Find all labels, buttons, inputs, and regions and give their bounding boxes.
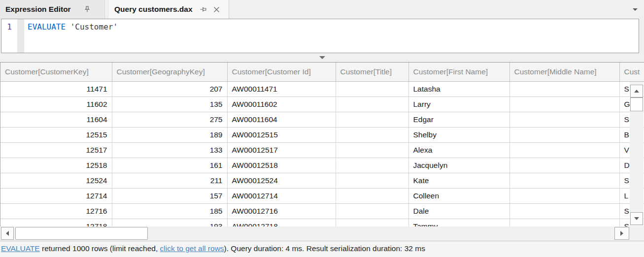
scroll-up-button[interactable] [630,85,643,97]
vertical-scrollbar[interactable] [630,82,644,226]
column-header[interactable]: Customer[Title] [336,63,408,81]
splitter-handle[interactable] [0,53,644,63]
table-cell: 12517 [0,142,112,158]
table-cell [509,127,619,142]
arrow-right-icon [620,231,623,236]
table-row: 12517133AW00012517AlexaV [0,142,644,158]
column-header[interactable]: Customer[CustomerKey] [0,63,112,81]
status-bar: EVALUATE returned 1000 rows (limit reach… [0,241,644,257]
tab-query-customers-dax[interactable]: Query customers.dax [108,0,229,19]
table-cell [336,188,408,203]
pin-icon[interactable] [84,6,91,13]
close-icon[interactable] [213,6,220,13]
table-cell: AW00012718 [227,219,336,226]
gutter-strip [17,19,24,53]
get-all-rows-link[interactable]: click to get all rows [160,244,224,253]
column-header[interactable]: Customer[Middle Name] [509,63,619,81]
table-cell: AW00012716 [227,203,336,219]
table-cell [509,96,619,112]
table-cell [509,173,619,188]
table-cell [509,142,619,158]
table-cell [336,112,408,127]
chevron-down-icon[interactable] [633,8,638,11]
table-row: 11471207AW00011471LatashaS [0,81,644,96]
table-reference: 'Customer' [70,22,118,32]
table-cell: AW00012517 [227,142,336,158]
table-cell: 12524 [0,173,112,188]
table-cell: AW00012515 [227,127,336,142]
arrow-down-icon [634,217,639,220]
table-cell: 12714 [0,188,112,203]
horizontal-scrollbar-thumb[interactable] [15,227,148,240]
table-cell [336,96,408,112]
table-cell [336,173,408,188]
table-cell: 189 [112,127,227,142]
scroll-left-button[interactable] [1,227,14,240]
expression-editor[interactable]: 1 EVALUATE 'Customer' [1,19,639,53]
table-cell: AW00012714 [227,188,336,203]
arrow-up-icon [634,90,639,93]
table-row: 12718193AW00012718TammyS [0,219,644,226]
column-header[interactable]: Customer[First Name] [408,63,509,81]
table-cell: Dale [408,203,509,219]
table-cell: 193 [112,219,227,226]
table-row: 12518161AW00012518JacquelynD [0,158,644,173]
table-cell [336,219,408,226]
tab-label: Query customers.dax [114,5,193,14]
table-cell [336,142,408,158]
table-cell: 211 [112,173,227,188]
tab-expression-editor[interactable]: Expression Editor [0,0,105,19]
column-header[interactable]: Customer[GeographyKey] [112,63,227,81]
evaluate-link[interactable]: EVALUATE [1,244,40,253]
header-row: Customer[CustomerKey]Customer[GeographyK… [0,63,644,81]
table-cell: 12718 [0,219,112,226]
tab-label: Expression Editor [5,5,71,14]
table-cell: AW00011604 [227,112,336,127]
table-row: 12515189AW00012515ShelbyB [0,127,644,142]
table-cell: Latasha [408,81,509,96]
column-header[interactable]: Cust [619,63,644,81]
table-cell: 11604 [0,112,112,127]
horizontal-scrollbar[interactable] [0,226,644,241]
table-cell [336,158,408,173]
table-cell: 157 [112,188,227,203]
table-cell: 133 [112,142,227,158]
table-cell [509,219,619,226]
scroll-down-button[interactable] [630,212,643,225]
table-cell: 275 [112,112,227,127]
table-cell: AW00011602 [227,96,336,112]
table-cell: Kate [408,173,509,188]
table-cell: Alexa [408,142,509,158]
table-cell [336,81,408,96]
table-row: 11604275AW00011604EdgarS [0,112,644,127]
table-cell: 11471 [0,81,112,96]
table-cell: 185 [112,203,227,219]
table-cell: AW00012518 [227,158,336,173]
table-cell: 12515 [0,127,112,142]
status-text: returned 1000 rows (limit reached, [40,244,160,253]
table-cell: Jacquelyn [408,158,509,173]
table-cell: AW00012524 [227,173,336,188]
column-header[interactable]: Customer[Customer Id] [227,63,336,81]
table-cell: Larry [408,96,509,112]
table-cell: Shelby [408,127,509,142]
table-row: 12524211AW00012524KateS [0,173,644,188]
table-cell [509,112,619,127]
table-cell: AW00011471 [227,81,336,96]
table-cell [509,203,619,219]
table-cell: 161 [112,158,227,173]
vertical-scrollbar-thumb[interactable] [630,97,643,111]
results-grid: Customer[CustomerKey]Customer[GeographyK… [0,63,644,226]
table-row: 11602135AW00011602LarryG [0,96,644,112]
table-cell [509,81,619,96]
code-line[interactable]: EVALUATE 'Customer' [24,19,639,53]
table-cell: 135 [112,96,227,112]
table-cell [509,188,619,203]
pin-icon[interactable] [200,6,206,13]
table-cell [509,158,619,173]
scroll-right-button[interactable] [614,227,629,240]
table-cell: 207 [112,81,227,96]
line-number: 1 [1,19,17,53]
document-tab-bar: Expression Editor Query customers.dax [0,0,644,19]
splitter-grip-icon [319,56,325,59]
